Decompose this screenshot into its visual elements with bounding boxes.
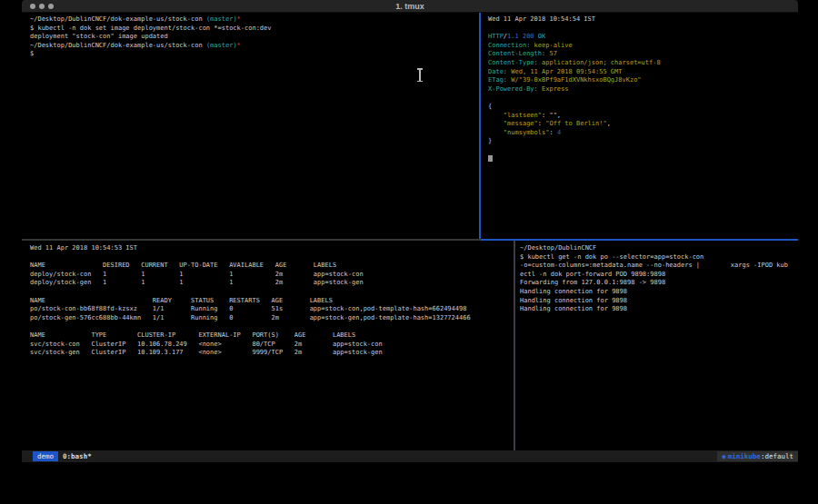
kubernetes-context-icon: ◉ — [722, 452, 726, 460]
terminal-window: 1. tmux ~/Desktop/DublinCNCF/dok-example… — [22, 0, 798, 466]
pane-top-left-shell[interactable]: ~/Desktop/DublinCNCF/dok-example-us/stoc… — [22, 14, 479, 239]
close-button[interactable] — [30, 4, 35, 9]
traffic-lights — [30, 4, 54, 9]
kube-namespace-label: :default — [761, 452, 793, 460]
kube-context-label: minikube — [728, 452, 761, 460]
mouse-text-cursor-icon — [416, 68, 423, 82]
session-name-badge: demo — [33, 451, 58, 461]
pane-bottom-left-kubectl-get[interactable]: Wed 11 Apr 2018 10:54:53 IST NAME DESIRE… — [22, 242, 514, 450]
zoom-button[interactable] — [48, 4, 54, 9]
pane-divider-horizontal-left[interactable] — [22, 239, 481, 241]
window-title: 1. tmux — [22, 0, 798, 13]
pane-divider-horizontal-right[interactable] — [481, 239, 798, 241]
status-window-item[interactable]: 0:bash* — [63, 452, 92, 460]
tmux-status-bar: demo 0:bash* ◉ minikube :default — [22, 450, 798, 462]
pane-top-right-http-response[interactable]: Wed 11 Apr 2018 10:54:54 IST HTTP/1.1 20… — [481, 14, 798, 239]
window-title-bar[interactable]: 1. tmux — [22, 0, 798, 13]
minimize-button[interactable] — [39, 4, 45, 9]
pane-bottom-right-port-forward[interactable]: ~/Desktop/DublinCNCF$ kubectl get -n dok… — [515, 242, 798, 450]
kube-context-status: ◉ minikube :default — [717, 451, 798, 461]
